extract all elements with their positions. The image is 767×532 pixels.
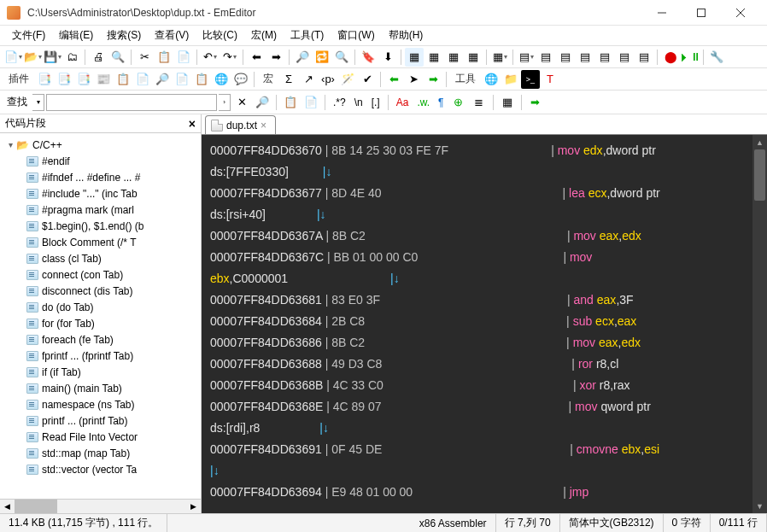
macro-arrow-button[interactable]: ↗ bbox=[299, 70, 318, 89]
find-input[interactable] bbox=[46, 94, 217, 111]
editor-scrollbar[interactable]: ▲ ▼ bbox=[752, 135, 767, 513]
browser-button[interactable]: 🌐 bbox=[482, 70, 501, 89]
menu-view[interactable]: 查看(V) bbox=[148, 26, 196, 44]
find-replace-button[interactable]: 🔁 bbox=[313, 48, 331, 67]
find-in-files-button[interactable]: 🔍 bbox=[332, 48, 351, 67]
view-4-button[interactable]: ▦ bbox=[464, 48, 483, 67]
code-editor[interactable]: 00007FF84DD63670 | 8B 14 25 30 03 FE 7F|… bbox=[202, 135, 752, 513]
macro-p-button[interactable]: ‹p› bbox=[319, 70, 337, 89]
filter-3-button[interactable]: ▤ bbox=[556, 48, 575, 67]
snippet-item[interactable]: #ifndef ... #define ... # bbox=[2, 169, 199, 185]
status-encoding[interactable]: 简体中文(GB2312) bbox=[560, 514, 664, 532]
filter-4-button[interactable]: ▤ bbox=[576, 48, 594, 67]
menu-file[interactable]: 文件(F) bbox=[5, 26, 52, 44]
snippet-item[interactable]: #pragma mark (marl bbox=[2, 202, 199, 218]
undo-button[interactable]: ↶ bbox=[201, 48, 220, 67]
filter-7-button[interactable]: ▤ bbox=[635, 48, 653, 67]
menu-edit[interactable]: 编辑(E) bbox=[52, 26, 100, 44]
macro-back-button[interactable]: ⬅ bbox=[384, 70, 403, 89]
plugin-2-button[interactable]: 📑 bbox=[55, 70, 73, 89]
snippet-folder[interactable]: ▾ 📂 C/C++ bbox=[2, 137, 199, 153]
find-newline-button[interactable]: \n bbox=[351, 96, 366, 108]
view-1-button[interactable]: ▦ bbox=[405, 48, 424, 67]
filter-button[interactable]: ▤ bbox=[517, 48, 536, 67]
tab-close-icon[interactable]: × bbox=[261, 120, 266, 132]
redo-button[interactable]: ↷ bbox=[220, 48, 239, 67]
status-lang[interactable]: x86 Assembler bbox=[411, 514, 496, 532]
find-close-button[interactable]: ✕ bbox=[232, 93, 251, 112]
open-file-button[interactable]: 📂 bbox=[23, 48, 42, 67]
snippet-item[interactable]: class (cl Tab) bbox=[2, 250, 199, 266]
plugin-6-button[interactable]: 📄 bbox=[133, 70, 152, 89]
expand-icon[interactable]: ▾ bbox=[5, 140, 15, 149]
plugin-4-button[interactable]: 📰 bbox=[94, 70, 113, 89]
save-button[interactable]: 💾 bbox=[43, 48, 61, 67]
snippet-item[interactable]: connect (con Tab) bbox=[2, 266, 199, 283]
find-list-button[interactable]: 📄 bbox=[302, 93, 320, 112]
snippet-item[interactable]: Block Comment (/* T bbox=[2, 234, 199, 250]
macro-check-button[interactable]: ✔ bbox=[358, 70, 377, 89]
new-file-button[interactable]: 📄 bbox=[3, 48, 22, 67]
snippet-item[interactable]: main() (main Tab) bbox=[2, 380, 199, 396]
snippet-item[interactable]: disconnect (dis Tab) bbox=[2, 283, 199, 299]
filter-6-button[interactable]: ▤ bbox=[615, 48, 634, 67]
maximize-button[interactable] bbox=[682, 0, 721, 26]
bookmark-next-button[interactable]: ⬇ bbox=[378, 48, 397, 67]
find-history-button[interactable]: ▾ bbox=[32, 94, 44, 111]
snippet-item[interactable]: if (if Tab) bbox=[2, 364, 199, 380]
snippets-close-button[interactable]: × bbox=[189, 117, 196, 131]
menu-macro[interactable]: 宏(M) bbox=[244, 26, 284, 44]
snippet-item[interactable]: #endif bbox=[2, 153, 199, 169]
plugin-9-button[interactable]: 📋 bbox=[192, 70, 211, 89]
plugin-3-button[interactable]: 📑 bbox=[74, 70, 93, 89]
find-button[interactable]: 🔎 bbox=[293, 48, 312, 67]
view-2-button[interactable]: ▦ bbox=[424, 48, 443, 67]
snippets-tree[interactable]: ▾ 📂 C/C++ #endif#ifndef ... #define ... … bbox=[0, 133, 201, 499]
scroll-right-button[interactable]: ▶ bbox=[186, 500, 201, 514]
macro-sigma-button[interactable]: Σ bbox=[279, 70, 298, 89]
snippet-item[interactable]: fprintf ... (fprintf Tab) bbox=[2, 348, 199, 364]
macro-fwd-button[interactable]: ➡ bbox=[424, 70, 442, 89]
tools-button[interactable]: 🔧 bbox=[707, 48, 726, 67]
filter-5-button[interactable]: ▤ bbox=[595, 48, 614, 67]
find-target-button[interactable]: ⊕ bbox=[449, 93, 468, 112]
paste-button[interactable]: 📄 bbox=[174, 48, 193, 67]
plugin-11-button[interactable]: 💬 bbox=[231, 70, 250, 89]
find-go-button[interactable]: ➡ bbox=[526, 93, 545, 112]
print-button[interactable]: 🖨 bbox=[89, 48, 108, 67]
plugin-10-button[interactable]: 🌐 bbox=[212, 70, 231, 89]
menu-compare[interactable]: 比较(C) bbox=[196, 26, 244, 44]
plugin-7-button[interactable]: 🔎 bbox=[153, 70, 172, 89]
find-regex-button[interactable]: .*? bbox=[330, 96, 349, 108]
forward-button[interactable]: ➡ bbox=[266, 48, 285, 67]
menu-window[interactable]: 窗口(W) bbox=[331, 26, 381, 44]
macro-wand-button[interactable]: 🪄 bbox=[338, 70, 357, 89]
menu-search[interactable]: 搜索(S) bbox=[100, 26, 148, 44]
close-button[interactable] bbox=[721, 0, 760, 26]
scroll-down-button[interactable]: ▼ bbox=[752, 499, 767, 513]
find-bracket-button[interactable]: [.] bbox=[368, 96, 384, 108]
menu-tools[interactable]: 工具(T) bbox=[284, 26, 331, 44]
cmd-button[interactable]: >_ bbox=[521, 70, 540, 89]
snippet-item[interactable]: foreach (fe Tab) bbox=[2, 331, 199, 348]
find-word-button[interactable]: .w. bbox=[413, 96, 433, 108]
play-macro-button[interactable]: ⏵⏸ bbox=[681, 48, 700, 67]
find-options-button[interactable]: › bbox=[219, 94, 231, 111]
find-search-button[interactable]: 🔎 bbox=[253, 93, 272, 112]
bookmark-button[interactable]: 🔖 bbox=[359, 48, 378, 67]
scroll-thumb[interactable] bbox=[15, 500, 57, 514]
plugin-8-button[interactable]: 📄 bbox=[173, 70, 191, 89]
snippet-item[interactable]: for (for Tab) bbox=[2, 315, 199, 331]
view-3-button[interactable]: ▦ bbox=[444, 48, 463, 67]
scroll-up-button[interactable]: ▲ bbox=[752, 135, 767, 149]
copy-button[interactable]: 📋 bbox=[155, 48, 173, 67]
find-copy-button[interactable]: 📋 bbox=[281, 93, 300, 112]
find-case-button[interactable]: Aa bbox=[393, 96, 413, 108]
record-macro-button[interactable]: ⬤ bbox=[661, 48, 680, 67]
scroll-thumb-v[interactable] bbox=[754, 149, 765, 201]
tab-dup-txt[interactable]: dup.txt × bbox=[205, 115, 276, 134]
snippet-item[interactable]: do (do Tab) bbox=[2, 299, 199, 315]
csv-button[interactable]: ▦ bbox=[490, 48, 509, 67]
minimize-button[interactable] bbox=[642, 0, 682, 26]
snippet-item[interactable]: std::vector (vector Ta bbox=[2, 461, 199, 477]
